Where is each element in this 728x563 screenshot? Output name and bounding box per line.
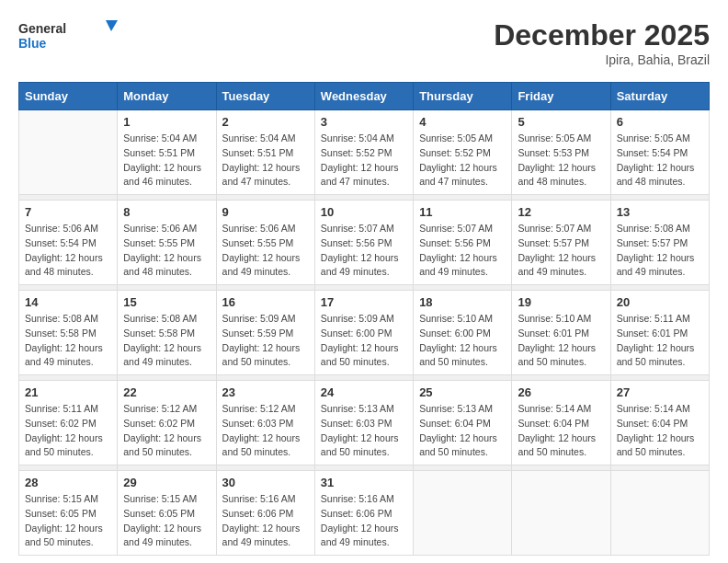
day-number: 7 [25, 205, 111, 219]
calendar-cell: 15Sunrise: 5:08 AMSunset: 5:58 PMDayligh… [118, 291, 216, 375]
day-number: 18 [419, 295, 506, 309]
day-info: Sunrise: 5:04 AMSunset: 5:51 PMDaylight:… [222, 132, 309, 190]
day-number: 10 [321, 205, 407, 219]
day-number: 6 [617, 115, 703, 129]
calendar-cell: 16Sunrise: 5:09 AMSunset: 5:59 PMDayligh… [216, 291, 314, 375]
calendar-cell [610, 471, 709, 556]
day-info: Sunrise: 5:05 AMSunset: 5:54 PMDaylight:… [617, 132, 703, 190]
weekday-header-saturday: Saturday [610, 83, 709, 110]
calendar-cell: 31Sunrise: 5:16 AMSunset: 6:06 PMDayligh… [314, 471, 413, 556]
day-info: Sunrise: 5:11 AMSunset: 6:02 PMDaylight:… [25, 402, 111, 460]
day-number: 28 [25, 476, 111, 489]
calendar-cell: 7Sunrise: 5:06 AMSunset: 5:54 PMDaylight… [19, 201, 118, 285]
calendar-cell: 12Sunrise: 5:07 AMSunset: 5:57 PMDayligh… [512, 201, 610, 285]
day-number: 19 [518, 295, 604, 309]
day-info: Sunrise: 5:13 AMSunset: 6:03 PMDaylight:… [321, 402, 407, 460]
day-info: Sunrise: 5:14 AMSunset: 6:04 PMDaylight:… [617, 402, 703, 460]
day-info: Sunrise: 5:07 AMSunset: 5:56 PMDaylight:… [419, 222, 506, 280]
day-info: Sunrise: 5:05 AMSunset: 5:52 PMDaylight:… [419, 132, 506, 190]
day-info: Sunrise: 5:09 AMSunset: 6:00 PMDaylight:… [321, 312, 407, 370]
day-number: 2 [222, 115, 309, 129]
weekday-header-sunday: Sunday [19, 83, 118, 110]
calendar-cell: 13Sunrise: 5:08 AMSunset: 5:57 PMDayligh… [610, 201, 709, 285]
day-info: Sunrise: 5:15 AMSunset: 6:05 PMDaylight:… [123, 492, 210, 550]
day-info: Sunrise: 5:12 AMSunset: 6:02 PMDaylight:… [123, 402, 210, 460]
day-number: 21 [25, 385, 111, 399]
calendar-cell: 4Sunrise: 5:05 AMSunset: 5:52 PMDaylight… [414, 110, 512, 195]
day-info: Sunrise: 5:06 AMSunset: 5:55 PMDaylight:… [123, 222, 210, 280]
logo-svg: General Blue [18, 18, 119, 57]
weekday-header-wednesday: Wednesday [314, 83, 413, 110]
calendar-cell: 19Sunrise: 5:10 AMSunset: 6:01 PMDayligh… [512, 291, 610, 375]
day-info: Sunrise: 5:14 AMSunset: 6:04 PMDaylight:… [518, 402, 604, 460]
day-info: Sunrise: 5:16 AMSunset: 6:06 PMDaylight:… [321, 492, 407, 550]
svg-marker-2 [106, 20, 118, 31]
calendar-table: SundayMondayTuesdayWednesdayThursdayFrid… [18, 82, 710, 556]
page-header: General Blue December 2025 Ipira, Bahia,… [18, 18, 710, 67]
calendar-cell: 24Sunrise: 5:13 AMSunset: 6:03 PMDayligh… [314, 381, 413, 465]
calendar-cell: 10Sunrise: 5:07 AMSunset: 5:56 PMDayligh… [314, 201, 413, 285]
calendar-cell: 23Sunrise: 5:12 AMSunset: 6:03 PMDayligh… [216, 381, 314, 465]
day-info: Sunrise: 5:08 AMSunset: 5:58 PMDaylight:… [25, 312, 111, 370]
weekday-header-thursday: Thursday [414, 83, 512, 110]
weekday-header-tuesday: Tuesday [216, 83, 314, 110]
day-info: Sunrise: 5:04 AMSunset: 5:52 PMDaylight:… [321, 132, 407, 190]
calendar-cell: 21Sunrise: 5:11 AMSunset: 6:02 PMDayligh… [19, 381, 118, 465]
calendar-cell: 28Sunrise: 5:15 AMSunset: 6:05 PMDayligh… [19, 471, 118, 556]
day-number: 31 [321, 476, 407, 489]
month-title: December 2025 [494, 18, 710, 52]
day-number: 26 [518, 385, 604, 399]
day-info: Sunrise: 5:11 AMSunset: 6:01 PMDaylight:… [617, 312, 703, 370]
calendar-week-row: 28Sunrise: 5:15 AMSunset: 6:05 PMDayligh… [19, 471, 710, 556]
calendar-week-row: 1Sunrise: 5:04 AMSunset: 5:51 PMDaylight… [19, 110, 710, 195]
day-number: 23 [222, 385, 309, 399]
calendar-cell: 17Sunrise: 5:09 AMSunset: 6:00 PMDayligh… [314, 291, 413, 375]
calendar-cell: 20Sunrise: 5:11 AMSunset: 6:01 PMDayligh… [610, 291, 709, 375]
calendar-cell: 30Sunrise: 5:16 AMSunset: 6:06 PMDayligh… [216, 471, 314, 556]
day-info: Sunrise: 5:08 AMSunset: 5:57 PMDaylight:… [617, 222, 703, 280]
day-number: 16 [222, 295, 309, 309]
day-number: 3 [321, 115, 407, 129]
day-number: 29 [123, 476, 210, 489]
day-info: Sunrise: 5:05 AMSunset: 5:53 PMDaylight:… [518, 132, 604, 190]
calendar-cell: 14Sunrise: 5:08 AMSunset: 5:58 PMDayligh… [19, 291, 118, 375]
weekday-header-monday: Monday [118, 83, 216, 110]
calendar-cell [414, 471, 512, 556]
svg-text:General: General [18, 21, 66, 36]
day-info: Sunrise: 5:07 AMSunset: 5:56 PMDaylight:… [321, 222, 407, 280]
calendar-cell: 18Sunrise: 5:10 AMSunset: 6:00 PMDayligh… [414, 291, 512, 375]
day-info: Sunrise: 5:09 AMSunset: 5:59 PMDaylight:… [222, 312, 309, 370]
day-number: 8 [123, 205, 210, 219]
location: Ipira, Bahia, Brazil [494, 52, 710, 67]
day-info: Sunrise: 5:04 AMSunset: 5:51 PMDaylight:… [123, 132, 210, 190]
calendar-cell: 8Sunrise: 5:06 AMSunset: 5:55 PMDaylight… [118, 201, 216, 285]
day-info: Sunrise: 5:07 AMSunset: 5:57 PMDaylight:… [518, 222, 604, 280]
day-number: 17 [321, 295, 407, 309]
calendar-cell [19, 110, 118, 195]
calendar-week-row: 21Sunrise: 5:11 AMSunset: 6:02 PMDayligh… [19, 381, 710, 465]
day-info: Sunrise: 5:15 AMSunset: 6:05 PMDaylight:… [25, 492, 111, 550]
calendar-cell: 22Sunrise: 5:12 AMSunset: 6:02 PMDayligh… [118, 381, 216, 465]
day-info: Sunrise: 5:13 AMSunset: 6:04 PMDaylight:… [419, 402, 506, 460]
calendar-cell: 26Sunrise: 5:14 AMSunset: 6:04 PMDayligh… [512, 381, 610, 465]
calendar-cell: 29Sunrise: 5:15 AMSunset: 6:05 PMDayligh… [118, 471, 216, 556]
calendar-cell: 1Sunrise: 5:04 AMSunset: 5:51 PMDaylight… [118, 110, 216, 195]
day-info: Sunrise: 5:06 AMSunset: 5:54 PMDaylight:… [25, 222, 111, 280]
day-number: 1 [123, 115, 210, 129]
calendar-cell: 9Sunrise: 5:06 AMSunset: 5:55 PMDaylight… [216, 201, 314, 285]
day-number: 14 [25, 295, 111, 309]
day-info: Sunrise: 5:12 AMSunset: 6:03 PMDaylight:… [222, 402, 309, 460]
calendar-cell: 11Sunrise: 5:07 AMSunset: 5:56 PMDayligh… [414, 201, 512, 285]
calendar-cell: 27Sunrise: 5:14 AMSunset: 6:04 PMDayligh… [610, 381, 709, 465]
weekday-header-friday: Friday [512, 83, 610, 110]
calendar-cell: 5Sunrise: 5:05 AMSunset: 5:53 PMDaylight… [512, 110, 610, 195]
svg-text:Blue: Blue [18, 36, 47, 51]
calendar-cell: 2Sunrise: 5:04 AMSunset: 5:51 PMDaylight… [216, 110, 314, 195]
day-info: Sunrise: 5:10 AMSunset: 6:00 PMDaylight:… [419, 312, 506, 370]
day-number: 25 [419, 385, 506, 399]
calendar-cell: 25Sunrise: 5:13 AMSunset: 6:04 PMDayligh… [414, 381, 512, 465]
day-info: Sunrise: 5:16 AMSunset: 6:06 PMDaylight:… [222, 492, 309, 550]
day-info: Sunrise: 5:06 AMSunset: 5:55 PMDaylight:… [222, 222, 309, 280]
calendar-week-row: 7Sunrise: 5:06 AMSunset: 5:54 PMDaylight… [19, 201, 710, 285]
day-info: Sunrise: 5:10 AMSunset: 6:01 PMDaylight:… [518, 312, 604, 370]
